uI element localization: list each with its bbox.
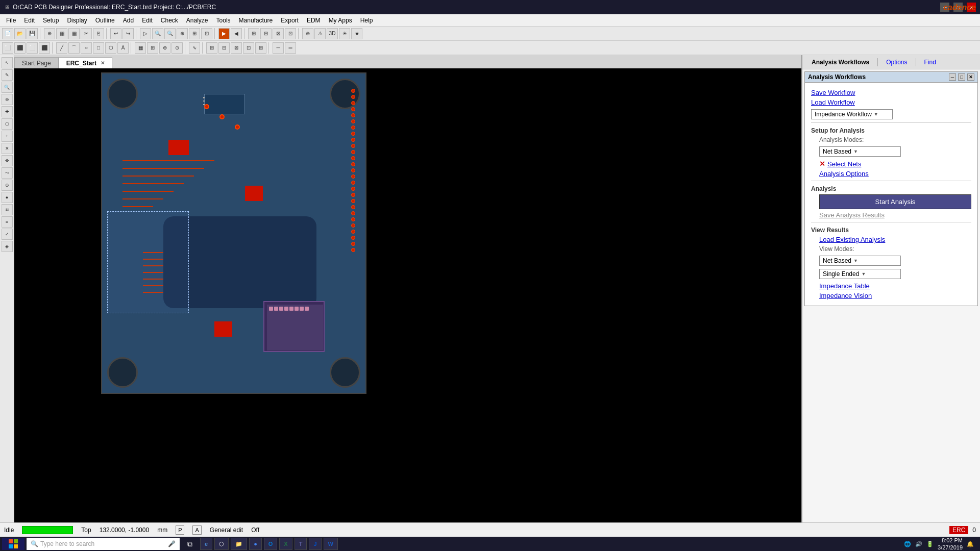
tb-layer2[interactable]: ◀	[231, 28, 242, 39]
side-edit[interactable]: ✎	[2, 69, 13, 81]
tb-drc[interactable]: ⚠	[314, 28, 326, 39]
menu-outline[interactable]: Outline	[91, 16, 119, 25]
menu-help[interactable]: Help	[356, 16, 377, 25]
taskbar-word-app[interactable]: W	[324, 538, 338, 550]
menu-tools[interactable]: Tools	[212, 16, 235, 25]
workflow-dropdown[interactable]: Impedance Workflow ▼	[811, 109, 893, 119]
panel-tab-workflows[interactable]: Analysis Workflows	[806, 58, 874, 67]
tab-close-icon[interactable]: ✕	[101, 60, 105, 66]
tb-layer[interactable]: ▶	[218, 28, 230, 39]
side-check[interactable]: ✓	[2, 229, 13, 240]
tb2-text[interactable]: A	[117, 42, 129, 54]
side-poly[interactable]: ⬡	[2, 118, 13, 130]
tb-save[interactable]: 💾	[27, 28, 38, 39]
menu-display[interactable]: Display	[63, 16, 91, 25]
tab-ercstart[interactable]: ERC_Start ✕	[59, 57, 112, 68]
menu-add[interactable]: Add	[119, 16, 138, 25]
menu-manufacture[interactable]: Manufacture	[235, 16, 277, 25]
aw-restore-btn[interactable]: □	[958, 73, 965, 81]
menu-analyze[interactable]: Analyze	[182, 16, 212, 25]
tb-snap[interactable]: ⊕	[44, 28, 55, 39]
analysis-modes-dropdown[interactable]: Net Based ▼	[819, 146, 901, 157]
view-modes-dropdown[interactable]: Net Based ▼	[819, 256, 901, 266]
select-nets-link[interactable]: Select Nets	[827, 160, 861, 168]
tb2-add2[interactable]: ⊟	[218, 42, 230, 54]
tb-redo[interactable]: ↪	[122, 28, 134, 39]
start-analysis-button[interactable]: Start Analysis	[819, 194, 971, 209]
side-route[interactable]: ⤳	[2, 167, 13, 179]
load-workflow-link[interactable]: Load Workflow	[811, 98, 971, 106]
menu-myapps[interactable]: My Apps	[325, 16, 356, 25]
menu-edm[interactable]: EDM	[303, 16, 325, 25]
tb2-pin[interactable]: ⊞	[147, 42, 158, 54]
windows-start-button[interactable]	[2, 538, 24, 550]
side-misc[interactable]: ◈	[2, 241, 13, 252]
tb-ratsnest[interactable]: ⊕	[302, 28, 313, 39]
panel-tab-options[interactable]: Options	[881, 58, 912, 67]
menu-setup[interactable]: Setup	[39, 16, 63, 25]
tb-misc[interactable]: ★	[351, 28, 362, 39]
side-move[interactable]: ✥	[2, 155, 13, 166]
tb2-arc[interactable]: ⌒	[68, 42, 80, 54]
taskbar-jira-app[interactable]: J	[309, 538, 321, 550]
taskbar-notification-icon[interactable]: 🔔	[967, 541, 974, 547]
menu-edit[interactable]: Edit	[138, 16, 157, 25]
analysis-options-link[interactable]: Analysis Options	[819, 170, 971, 178]
side-via[interactable]: ⊙	[2, 180, 13, 191]
side-measure[interactable]: ⊕	[2, 94, 13, 105]
tb2-add4[interactable]: ⊡	[243, 42, 254, 54]
tb-v4[interactable]: ⊡	[201, 28, 212, 39]
tb-light[interactable]: ☀	[339, 28, 350, 39]
load-existing-link[interactable]: Load Existing Analysis	[819, 236, 971, 243]
tb2-line[interactable]: ╱	[56, 42, 67, 54]
tb2-pad[interactable]: ⊙	[172, 42, 183, 54]
menu-check[interactable]: Check	[157, 16, 182, 25]
tb2-1[interactable]: ⬜	[2, 42, 13, 54]
taskbar-teams-app[interactable]: T	[295, 538, 307, 550]
tab-startpage[interactable]: Start Page	[14, 57, 59, 68]
tb-3d[interactable]: 3D	[327, 28, 338, 39]
tb-grid2[interactable]: ⊟	[260, 28, 272, 39]
side-add[interactable]: +	[2, 131, 13, 142]
tb2-add1[interactable]: ⊞	[206, 42, 217, 54]
taskview-button[interactable]: ⧉	[182, 538, 198, 550]
side-net[interactable]: ≋	[2, 204, 13, 215]
pcb-canvas[interactable]	[14, 68, 801, 522]
tb2-comp[interactable]: ▦	[135, 42, 146, 54]
tb-v2[interactable]: ⊕	[177, 28, 188, 39]
tb-b1[interactable]: ▦	[56, 28, 67, 39]
tb-grid3[interactable]: ⊠	[273, 28, 284, 39]
side-prop[interactable]: ≡	[2, 216, 13, 228]
tb2-circle[interactable]: ○	[81, 42, 92, 54]
taskbar-search-box[interactable]: 🔍 Type here to search 🎤	[27, 538, 180, 550]
tb2-add5[interactable]: ⊞	[255, 42, 266, 54]
side-cross[interactable]: ✚	[2, 106, 13, 117]
tb-open[interactable]: 📂	[14, 28, 26, 39]
side-select[interactable]: ↖	[2, 57, 13, 68]
menu-edit-top[interactable]: Edit	[20, 16, 39, 25]
panel-tab-find[interactable]: Find	[919, 58, 941, 67]
tb-undo[interactable]: ↩	[110, 28, 121, 39]
impedance-vision-link[interactable]: Impedance Vision	[819, 292, 971, 299]
tb2-2[interactable]: ⬛	[14, 42, 26, 54]
aw-close-btn[interactable]: ✕	[967, 73, 974, 81]
taskbar-ie-app[interactable]: e	[200, 538, 212, 550]
tb2-via[interactable]: ⊕	[159, 42, 170, 54]
tb-select[interactable]: ▷	[140, 28, 151, 39]
tb2-4[interactable]: ⬛	[39, 42, 50, 54]
menu-export[interactable]: Export	[277, 16, 303, 25]
tb-v1[interactable]: 🔍	[164, 28, 176, 39]
tb2-signal[interactable]: ∿	[189, 42, 200, 54]
taskbar-excel-app[interactable]: X	[279, 538, 292, 550]
tb-grid1[interactable]: ⊞	[248, 28, 259, 39]
tb-b2[interactable]: ▦	[68, 28, 80, 39]
aw-minimize-btn[interactable]: ─	[949, 73, 956, 81]
tb-new[interactable]: 📄	[2, 28, 13, 39]
impedance-table-link[interactable]: Impedance Table	[819, 282, 971, 290]
tb-cut[interactable]: ✂	[81, 28, 92, 39]
side-del[interactable]: ✕	[2, 143, 13, 154]
menu-file[interactable]: File	[2, 16, 20, 25]
taskbar-outlook-app[interactable]: O	[264, 538, 278, 550]
taskbar-folder-app[interactable]: 📁	[231, 538, 247, 550]
tb2-route2[interactable]: ═	[285, 42, 296, 54]
